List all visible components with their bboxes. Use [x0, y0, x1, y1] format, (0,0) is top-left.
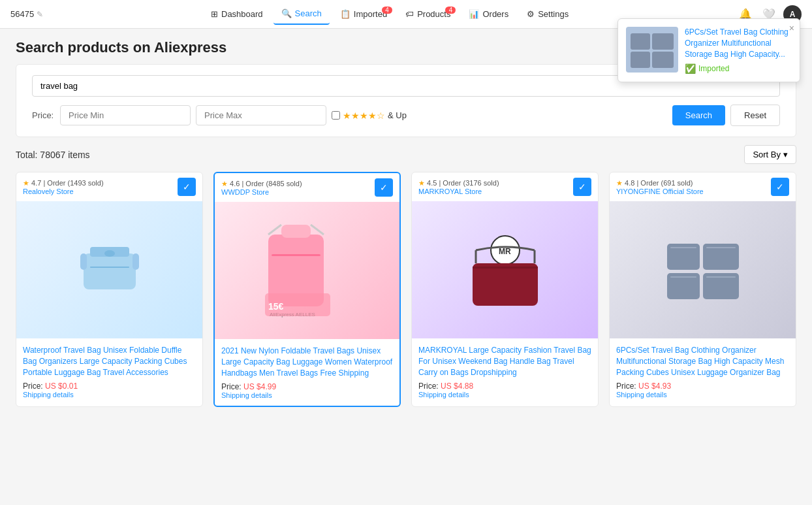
product-2-image: AliExpress AELLES 15€ [215, 202, 399, 339]
product-3-price-val: US $4.88 [441, 382, 473, 391]
stars-display: ★★★★☆ [343, 110, 385, 121]
bag-svg-1 [70, 231, 149, 309]
product-1-info: Waterproof Travel Bag Unisex Foldable Du… [16, 338, 202, 405]
product-card-4: ★ 4.8 | Order (691 sold) YIYONGFINE Offi… [609, 172, 796, 407]
product-2-title: 2021 New Nylon Foldable Travel Bags Unis… [221, 346, 393, 378]
product-1-orders: | Order ( [43, 179, 70, 187]
product-1-title: Waterproof Travel Bag Unisex Foldable Du… [23, 345, 196, 378]
import-button-2[interactable]: ✓ [375, 178, 393, 197]
store-id-text: 56475 [10, 9, 34, 19]
avatar[interactable]: A [783, 5, 802, 24]
svg-rect-24 [670, 247, 696, 248]
imported-badge: 4 [382, 7, 392, 14]
product-4-rating: 4.8 [625, 179, 634, 187]
heart-icon[interactable]: 🤍 [760, 5, 778, 23]
total-items-count: Total: 78067 items [16, 150, 90, 160]
nav-products[interactable]: 🏷 Products 4 [398, 4, 458, 24]
svg-rect-4 [133, 253, 139, 270]
top-navigation: 56475 ✎ ⊞ Dashboard 🔍 Search 📋 Imported … [0, 0, 812, 29]
price-max-input[interactable] [196, 105, 326, 125]
import-button-1[interactable]: ✓ [178, 178, 196, 196]
bag-svg-2: AliExpress AELLES 15€ [262, 215, 353, 326]
product-3-store[interactable]: MARKROYAL Store [418, 187, 499, 195]
product-3-price: Price: US $4.88 [418, 382, 591, 391]
sort-label: Sort By [753, 150, 781, 159]
sort-button[interactable]: Sort By ▾ [744, 145, 796, 164]
svg-text:MR: MR [499, 247, 511, 256]
product-4-title: 6PCs/Set Travel Bag Clothing Organizer M… [616, 345, 789, 378]
product-2-shipping[interactable]: Shipping details [221, 391, 393, 399]
product-1-rating: 4.7 [31, 179, 41, 187]
star-icon-1: ★ [23, 179, 29, 187]
rating-text: & Up [388, 110, 407, 120]
orders-icon: 📊 [469, 9, 479, 19]
import-button-3[interactable]: ✓ [573, 178, 591, 196]
star-icon-2: ★ [221, 180, 228, 187]
products-badge: 4 [445, 7, 456, 14]
svg-rect-3 [80, 253, 87, 270]
product-card-2-meta: ★ 4.6 | Order (8485 sold) WWDDP Store [221, 180, 302, 196]
product-3-title: MARKROYAL Large Capacity Fashion Travel … [418, 345, 591, 378]
search-input[interactable] [32, 75, 780, 97]
nav-dashboard-label: Dashboard [221, 9, 263, 19]
svg-rect-25 [706, 247, 736, 248]
import-button-4[interactable]: ✓ [771, 178, 789, 196]
star-icon-4: ★ [616, 179, 623, 187]
product-4-info: 6PCs/Set Travel Bag Clothing Organizer M… [610, 338, 796, 405]
svg-text:15€: 15€ [268, 301, 284, 312]
search-row [32, 75, 780, 97]
star-icon-3: ★ [418, 179, 425, 187]
nav-dashboard[interactable]: ⊞ Dashboard [203, 4, 271, 24]
product-3-rating: 4.5 [427, 179, 437, 187]
product-1-store[interactable]: Realovely Store [23, 187, 104, 195]
nav-imported[interactable]: 📋 Imported 4 [332, 4, 395, 24]
bag-svg-4 [664, 231, 742, 309]
product-card-2-header: ★ 4.6 | Order (8485 sold) WWDDP Store ✓ [215, 173, 399, 202]
product-card-1-header: ★ 4.7 | Order (1493 sold) Realovely Stor… [16, 172, 202, 201]
page-header: Search products on Aliexpress [0, 29, 812, 56]
product-2-info: 2021 New Nylon Foldable Travel Bags Unis… [215, 339, 399, 406]
product-3-image: MR [412, 201, 598, 338]
svg-rect-7 [281, 225, 311, 238]
product-card-2: ★ 4.6 | Order (8485 sold) WWDDP Store ✓ … [213, 172, 401, 407]
nav-settings[interactable]: ⚙ Settings [519, 4, 576, 24]
product-2-price-val: US $4.99 [243, 382, 276, 391]
product-card-4-header: ★ 4.8 | Order (691 sold) YIYONGFINE Offi… [610, 172, 796, 201]
svg-rect-0 [84, 253, 136, 289]
product-2-rating: 4.6 [230, 180, 240, 187]
product-4-store[interactable]: YIYONGFINE Official Store [616, 187, 704, 195]
product-grid: ★ 4.7 | Order (1493 sold) Realovely Stor… [0, 172, 812, 423]
edit-store-icon[interactable]: ✎ [37, 10, 43, 19]
dashboard-icon: ⊞ [211, 9, 218, 19]
search-button[interactable]: Search [672, 105, 725, 125]
product-card-4-meta: ★ 4.8 | Order (691 sold) YIYONGFINE Offi… [616, 179, 704, 195]
product-1-price-val: US $0.01 [45, 382, 78, 391]
nav-search[interactable]: 🔍 Search [273, 3, 330, 25]
product-4-price: Price: US $4.93 [616, 382, 789, 391]
product-3-shipping[interactable]: Shipping details [418, 391, 591, 399]
nav-orders-label: Orders [482, 9, 508, 19]
reset-button[interactable]: Reset [730, 105, 780, 126]
nav-search-label: Search [295, 8, 322, 18]
bag-svg-3: MR [466, 231, 544, 309]
nav-orders[interactable]: 📊 Orders [461, 4, 516, 24]
svg-rect-17 [473, 267, 538, 269]
store-id: 56475 ✎ [10, 9, 43, 19]
svg-line-9 [311, 225, 324, 235]
svg-rect-27 [706, 276, 736, 278]
rating-filter[interactable]: ★★★★☆ & Up [332, 110, 407, 121]
product-1-shipping[interactable]: Shipping details [23, 391, 196, 399]
search-nav-icon: 🔍 [281, 8, 292, 18]
price-min-input[interactable] [60, 105, 191, 125]
product-2-store[interactable]: WWDDP Store [221, 188, 302, 196]
price-label: Price: [32, 110, 55, 120]
svg-rect-10 [272, 254, 320, 256]
bell-icon[interactable]: 🔔 [736, 5, 755, 23]
page-title: Search products on Aliexpress [16, 39, 796, 56]
product-card-3-header: ★ 4.5 | Order (3176 sold) MARKROYAL Stor… [412, 172, 598, 201]
product-card-3: ★ 4.5 | Order (3176 sold) MARKROYAL Stor… [411, 172, 599, 407]
chevron-down-icon: ▾ [783, 150, 788, 159]
product-4-shipping[interactable]: Shipping details [616, 391, 789, 399]
product-1-image [16, 201, 202, 338]
rating-checkbox-input[interactable] [332, 111, 340, 120]
